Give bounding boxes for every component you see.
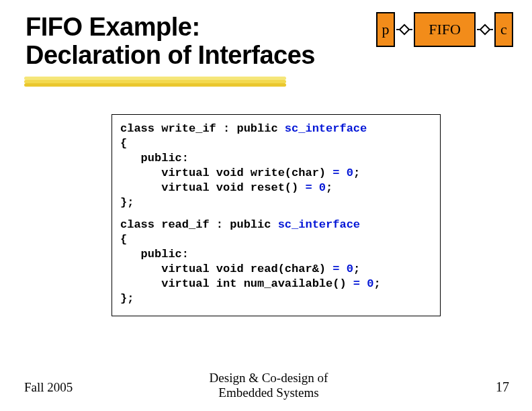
producer-label: p <box>382 21 390 38</box>
code-text: virtual int num_available() <box>120 277 353 290</box>
code-keyword: sc_interface <box>285 122 367 135</box>
code-text: ; <box>373 277 380 290</box>
diamond-icon <box>399 24 410 36</box>
code-text: virtual void reset() <box>120 181 305 194</box>
consumer-box: c <box>494 12 513 47</box>
code-block-write-if: class write_if : public sc_interface { p… <box>120 122 432 211</box>
code-text: public: <box>120 247 432 262</box>
code-keyword: sc_interface <box>278 218 360 231</box>
fifo-box: FIFO <box>414 12 476 47</box>
fifo-diagram: p FIFO c <box>376 9 524 50</box>
code-text: public: <box>120 151 432 166</box>
code-text: { <box>120 136 432 151</box>
title-underline <box>24 77 286 87</box>
code-keyword: = 0 <box>332 167 353 179</box>
code-text: }; <box>120 195 432 210</box>
code-listing: class write_if : public sc_interface { p… <box>112 114 441 316</box>
code-text: virtual void read(char&) <box>120 263 332 275</box>
code-text: ; <box>326 181 332 194</box>
code-block-read-if: class read_if : public sc_interface { pu… <box>120 218 432 307</box>
page-number: 17 <box>496 379 509 395</box>
connector-left <box>396 26 412 34</box>
code-text: ; <box>353 167 360 179</box>
footer-left: Fall 2005 <box>24 380 73 395</box>
slide-title: FIFO Example: Declaration of Interfaces <box>26 13 375 70</box>
fifo-label: FIFO <box>429 21 461 38</box>
title-line-1: FIFO Example: <box>26 13 200 41</box>
code-keyword: = 0 <box>305 181 326 194</box>
footer-center-line-2: Embedded Systems <box>218 385 318 400</box>
footer-center-line-1: Design & Co-design of <box>210 371 328 385</box>
connector-right <box>477 26 493 34</box>
code-text: class write_if : public <box>120 122 285 135</box>
code-text: class read_if : public <box>120 218 278 231</box>
code-keyword: = 0 <box>353 277 374 290</box>
footer-center: Design & Co-design of Embedded Systems <box>195 371 343 400</box>
code-keyword: = 0 <box>332 263 353 275</box>
producer-box: p <box>376 12 395 47</box>
code-text: { <box>120 232 432 247</box>
code-text: }; <box>120 291 432 306</box>
title-line-2: Declaration of Interfaces <box>26 41 315 69</box>
code-text: ; <box>353 263 360 275</box>
diamond-icon <box>480 24 491 36</box>
code-text: virtual void write(char) <box>120 167 332 179</box>
consumer-label: c <box>500 21 507 38</box>
